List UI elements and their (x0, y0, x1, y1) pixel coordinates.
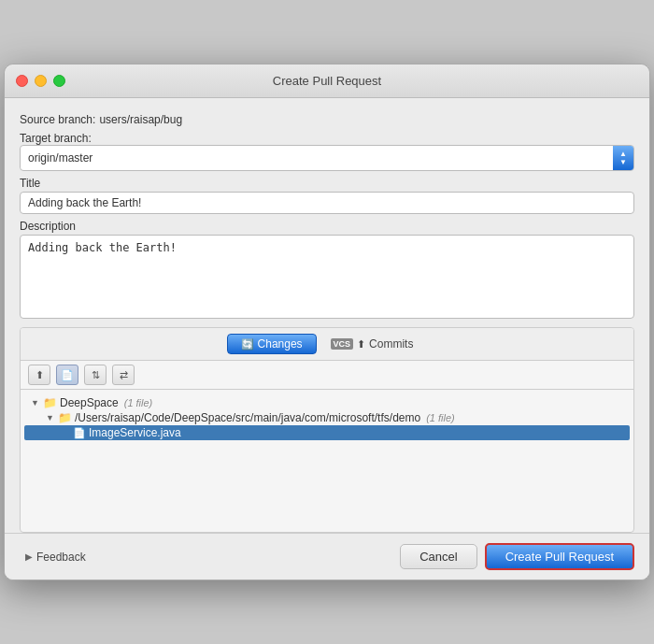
changes-toolbar: ⬆ 📄 ⇅ ⇄ (21, 361, 633, 390)
java-file-icon: 📄 (73, 427, 86, 439)
tree-root-folder[interactable]: ▼ 📁 DeepSpace (1 file) (24, 395, 630, 410)
expand-icon: ⇅ (92, 369, 100, 381)
titlebar: Create Pull Request (5, 64, 649, 98)
toolbar-btn-1[interactable]: ⬆ (28, 365, 50, 385)
root-folder-count: (1 file) (124, 397, 153, 408)
traffic-lights (16, 75, 65, 87)
collapse-icon: ⇄ (120, 369, 128, 381)
arrow-up-icon: ▲ (619, 150, 627, 158)
file-spacer (61, 428, 70, 437)
subfolder-icon: 📁 (58, 411, 72, 424)
bottom-bar: ▶ Feedback Cancel Create Pull Request (5, 533, 649, 580)
root-folder-name: DeepSpace (60, 396, 119, 409)
subfolder-name: /Users/raisap/Code/DeepSpace/src/main/ja… (75, 411, 420, 424)
description-textarea[interactable] (20, 235, 634, 319)
title-input[interactable] (20, 192, 634, 214)
tab-commits-label: Commits (369, 337, 413, 351)
maximize-button[interactable] (53, 75, 65, 87)
feedback-arrow-icon: ▶ (25, 551, 33, 562)
target-branch-input[interactable] (21, 148, 613, 168)
subfolder-count: (1 file) (426, 412, 455, 423)
target-branch-label: Target branch: (20, 132, 634, 145)
file-name: ImageService.java (89, 426, 181, 439)
commits-icon: ⬆ (357, 338, 365, 351)
title-label: Title (20, 177, 634, 190)
source-branch-value: users/raisap/bug (99, 113, 182, 126)
feedback-button[interactable]: ▶ Feedback (20, 547, 92, 567)
cancel-button[interactable]: Cancel (400, 544, 476, 569)
tree-subfolder[interactable]: ▼ 📁 /Users/raisap/Code/DeepSpace/src/mai… (24, 410, 630, 425)
tab-changes[interactable]: 🔄 Changes (227, 334, 317, 354)
file-icon: 📄 (61, 369, 74, 381)
vcs-badge: VCS (331, 338, 354, 350)
changes-icon: 🔄 (241, 338, 254, 351)
window-title: Create Pull Request (273, 74, 381, 88)
description-section: Description (20, 220, 634, 322)
toolbar-btn-4[interactable]: ⇄ (112, 365, 135, 385)
target-branch-select-container[interactable]: ▲ ▼ (20, 145, 634, 171)
tree-file[interactable]: 📄 ImageService.java (24, 425, 630, 440)
select-arrows[interactable]: ▲ ▼ (613, 146, 633, 170)
close-button[interactable] (16, 75, 28, 87)
tab-changes-label: Changes (258, 337, 303, 351)
target-branch-section: Target branch: ▲ ▼ (20, 132, 634, 171)
source-branch-label: Source branch: (20, 113, 95, 126)
minimize-button[interactable] (35, 75, 47, 87)
toolbar-btn-3[interactable]: ⇅ (84, 365, 107, 385)
create-pull-request-button[interactable]: Create Pull Request (485, 543, 634, 570)
root-folder-icon: 📁 (43, 396, 57, 409)
feedback-label: Feedback (36, 551, 86, 564)
toolbar-btn-2[interactable]: 📄 (56, 365, 78, 385)
tabs-bar: 🔄 Changes VCS ⬆ Commits (21, 328, 633, 361)
root-arrow-icon: ▼ (31, 398, 40, 408)
dialog-window: Create Pull Request Source branch: users… (4, 64, 650, 580)
file-tree: ▼ 📁 DeepSpace (1 file) ▼ 📁 /Users/raisap… (21, 390, 633, 532)
title-section: Title (20, 177, 634, 214)
arrow-down-icon: ▼ (619, 159, 627, 166)
subfolder-arrow-icon: ▼ (46, 413, 55, 422)
source-branch-row: Source branch: users/raisap/bug (20, 113, 634, 126)
upload-icon: ⬆ (36, 369, 44, 381)
tab-commits[interactable]: VCS ⬆ Commits (317, 334, 428, 354)
tabs-panel: 🔄 Changes VCS ⬆ Commits ⬆ 📄 ⇅ (20, 327, 634, 533)
form-content: Source branch: users/raisap/bug Target b… (5, 98, 649, 533)
description-label: Description (20, 220, 634, 233)
